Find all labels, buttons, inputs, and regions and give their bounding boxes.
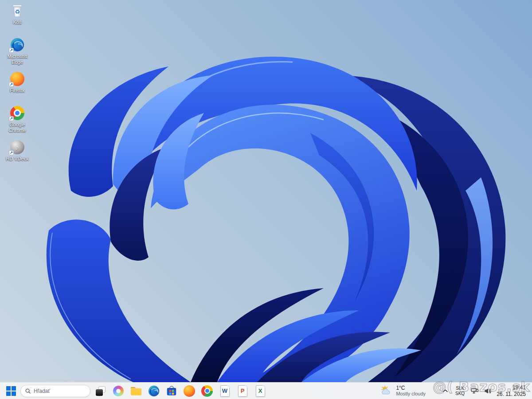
windows-logo-icon <box>6 386 16 396</box>
svg-text:♻: ♻ <box>15 8 20 15</box>
task-view-button[interactable] <box>93 384 108 398</box>
search-icon <box>25 388 31 394</box>
task-view-icon <box>95 386 106 396</box>
clock-date: 26. 11. 2025 <box>497 391 526 398</box>
keyboard-layout-code: SKQ <box>455 391 465 396</box>
system-tray: SLK SKQ <box>441 385 492 396</box>
recycle-bin-icon: ♻ <box>10 3 25 18</box>
shortcut-arrow-icon: ↗ <box>9 116 14 121</box>
shortcut-arrow-icon: ↗ <box>9 150 14 155</box>
desktop-icon-label: Kôš <box>13 20 22 25</box>
clock[interactable]: 19:41 26. 11. 2025 <box>494 384 528 398</box>
file-explorer-button[interactable] <box>129 384 144 398</box>
start-button[interactable] <box>4 384 19 398</box>
desktop-icon-edge[interactable]: ↗ Microsoft Edge <box>0 35 35 69</box>
shortcut-arrow-icon: ↗ <box>9 82 14 87</box>
word-icon: W <box>220 385 230 397</box>
desktop-icon-firefox[interactable]: ↗ Firefox <box>0 69 35 103</box>
volume-button[interactable] <box>483 386 492 396</box>
excel-icon: X <box>256 385 265 397</box>
speaker-icon <box>484 388 492 394</box>
search-input[interactable] <box>34 388 86 394</box>
language-indicator[interactable]: SLK SKQ <box>454 385 466 396</box>
desktop-icon-hd-vdeck[interactable]: ♪ ↗ HD VDeck <box>0 137 35 172</box>
desktop-surface[interactable]: ♻ Kôš ↗ Microsoft Edge <box>0 0 532 399</box>
microsoft-store-button[interactable] <box>164 384 179 398</box>
language-code: SLK <box>456 386 464 391</box>
word-button[interactable]: W <box>217 384 232 398</box>
taskbar: W P X 1°C Mostly cloudy <box>0 382 532 399</box>
microsoft-store-icon <box>166 385 177 397</box>
desktop-icon-label: Firefox <box>10 88 25 94</box>
weather-text: 1°C Mostly cloudy <box>396 385 426 397</box>
copilot-button[interactable] <box>111 384 126 398</box>
hidden-icons-button[interactable] <box>441 386 450 396</box>
hd-vdeck-icon: ♪ ↗ <box>10 140 25 155</box>
taskbar-apps: W P X <box>93 384 268 398</box>
desktop-icon-chrome[interactable]: ↗ Google Chrome <box>0 103 35 137</box>
firefox-icon <box>184 385 195 397</box>
chevron-up-icon <box>443 389 448 392</box>
weather-condition: Mostly cloudy <box>396 391 426 397</box>
copilot-icon <box>113 386 124 396</box>
chrome-icon <box>201 385 213 397</box>
weather-temperature: 1°C <box>396 385 426 391</box>
clock-time: 19:41 <box>497 384 526 391</box>
taskbar-right: 1°C Mostly cloudy SLK SKQ <box>377 384 528 398</box>
weather-icon <box>380 385 393 396</box>
taskbar-search[interactable] <box>20 385 90 397</box>
weather-widget[interactable]: 1°C Mostly cloudy <box>377 384 429 398</box>
edge-icon: ↗ <box>10 37 25 52</box>
firefox-icon: ↗ <box>10 71 25 86</box>
file-explorer-icon <box>130 386 142 396</box>
desktop-icon-label: Google Chrome <box>1 122 33 133</box>
edge-taskbar-button[interactable] <box>146 384 161 398</box>
powerpoint-button[interactable]: P <box>235 384 250 398</box>
desktop-icon-recycle-bin[interactable]: ♻ Kôš <box>0 1 35 35</box>
excel-button[interactable]: X <box>253 384 268 398</box>
edge-icon <box>148 385 160 397</box>
shortcut-arrow-icon: ↗ <box>9 48 14 53</box>
chrome-icon: ↗ <box>10 106 25 121</box>
powerpoint-icon: P <box>238 385 247 397</box>
desktop-icon-label: HD VDeck <box>6 156 28 162</box>
bloom-wallpaper <box>0 0 532 399</box>
network-button[interactable] <box>470 386 479 396</box>
chrome-taskbar-button[interactable] <box>200 384 215 398</box>
ethernet-icon <box>471 387 479 394</box>
firefox-taskbar-button[interactable] <box>182 384 197 398</box>
desktop-icon-label: Microsoft Edge <box>1 54 33 65</box>
desktop-icon-grid: ♻ Kôš ↗ Microsoft Edge <box>0 1 35 172</box>
